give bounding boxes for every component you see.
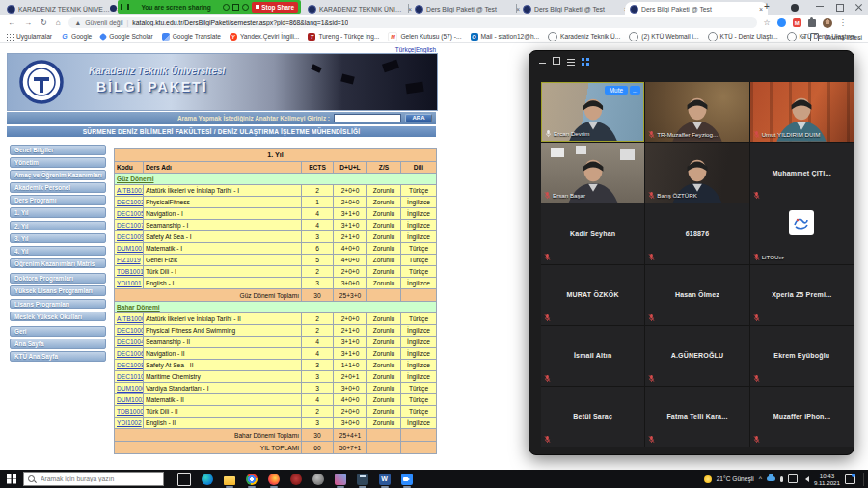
taskbar-app-icon[interactable]	[401, 474, 413, 485]
bookmark-star-icon[interactable]: ☆	[764, 18, 771, 27]
window-close-button[interactable]	[854, 3, 863, 12]
sidebar-item[interactable]: Yönetim	[10, 157, 106, 168]
clock[interactable]: 10:43 9.11.2021	[814, 473, 840, 486]
bookmark-item[interactable]: G Google	[61, 33, 92, 41]
speaker-view-icon[interactable]	[567, 59, 575, 60]
stop-share-button[interactable]: Stop Share	[252, 2, 298, 13]
tab-ktu-2[interactable]: KARADENİZ TEKNİK ÜNİVERSİT ×	[303, 2, 417, 15]
participant-tile[interactable]: Muzaffer iPhon... Mute ...	[750, 387, 854, 447]
course-code-link[interactable]: AITB1000	[117, 315, 144, 322]
back-button[interactable]: ←	[8, 18, 15, 27]
taskbar-search[interactable]	[23, 472, 164, 486]
window-minimize-button[interactable]	[816, 6, 824, 7]
bookmark-item[interactable]: M Gelen Kutusu (57) -...	[388, 32, 461, 41]
tab-close-icon[interactable]: ×	[759, 6, 763, 13]
course-code-link[interactable]: DEC1007	[117, 222, 144, 229]
reading-list-button[interactable]: Okuma listesi	[824, 34, 862, 41]
show-desktop-button[interactable]	[863, 473, 864, 486]
course-code-link[interactable]: DEC1005	[117, 210, 144, 217]
pause-share-icon[interactable]	[121, 4, 129, 10]
sidebar-item[interactable]: Geri	[10, 326, 106, 337]
course-code-link[interactable]: YDI1002	[117, 420, 142, 426]
participant-tile[interactable]: Umut YILDIRIM DUIM Mute ...	[750, 82, 854, 142]
more-options-button[interactable]: ...	[630, 86, 640, 95]
bookmark-item[interactable]: KTÜ - Deniz Ulaştı...	[708, 32, 778, 41]
bookmark-item[interactable]: Google Scholar	[100, 33, 152, 40]
sidebar-item[interactable]: Yüksek Lisans Programları	[10, 285, 106, 296]
window-maximize-button[interactable]	[836, 4, 844, 12]
participant-tile[interactable]: Kadir Seyhan Mute ...	[541, 203, 644, 263]
taskbar-app-icon[interactable]	[357, 474, 368, 485]
course-code-link[interactable]: YDI1001	[117, 280, 142, 286]
sidebar-item[interactable]: Meslek Yüksek Okulları	[10, 312, 106, 322]
covered-tab-favicon[interactable]	[110, 5, 117, 12]
keyword-input[interactable]	[334, 114, 401, 122]
participant-tile[interactable]: Fatma Telli Kara... Mute ...	[645, 387, 748, 447]
sidebar-item[interactable]: Lisans Programları	[10, 299, 106, 310]
sidebar-item[interactable]: Doktora Programları	[10, 273, 106, 284]
participant-tile[interactable]: Barış ÖZTÜRK Mute ...	[645, 143, 748, 203]
bookmark-item[interactable]: Karadeniz Teknik Ü...	[548, 32, 620, 41]
course-code-link[interactable]: DEC1009	[117, 233, 144, 240]
participant-tile[interactable]: TR-Muzaffer Feyziog... Mute ...	[645, 82, 748, 142]
browser-menu-icon[interactable]: ⋮	[839, 18, 847, 27]
sidebar-item[interactable]: Öğrenim Kazanımları Matris	[10, 258, 106, 269]
bookmarks-overflow-icon[interactable]: »	[802, 34, 806, 41]
onedrive-icon[interactable]	[767, 476, 775, 481]
start-button[interactable]	[0, 470, 23, 488]
course-code-link[interactable]: DUM1002	[117, 396, 144, 403]
participant-tile[interactable]: A.GÜNEROĞLU Mute ...	[645, 326, 748, 386]
course-code-link[interactable]: DUM1001	[117, 245, 144, 252]
taskbar-app-icon[interactable]	[290, 474, 302, 485]
bookmark-item[interactable]: Y Yandex.Çeviri İngili...	[230, 33, 299, 41]
url-field[interactable]: ▲ Güvenli değil | katalog.ktu.edu.tr/Der…	[68, 17, 757, 28]
bookmark-item[interactable]: (2) KTÜ Webmail i...	[629, 32, 698, 41]
language-switch-link[interactable]: Türkçe|English	[384, 46, 436, 53]
search-button[interactable]: ARA	[405, 114, 432, 122]
share-view-icon[interactable]	[242, 4, 249, 11]
participant-tile[interactable]: Ercan Devrim Mute ...	[541, 82, 644, 142]
gallery-view-icon[interactable]	[582, 58, 584, 61]
participant-tile[interactable]: Ersan Başar Mute ...	[541, 143, 644, 203]
volume-icon[interactable]	[802, 476, 809, 482]
tab-ders-2[interactable]: Ders Bilgi Paketi @ Test ×	[518, 2, 633, 15]
tab-ktu-1[interactable]: KARADENİZ TEKNİK ÜNİVERSİT ×	[2, 2, 125, 15]
action-center-icon[interactable]	[845, 474, 855, 484]
participant-tile[interactable]: Muhammet ÇITI... Mute ...	[750, 143, 854, 203]
meeting-minimize-icon[interactable]	[539, 63, 546, 64]
course-code-link[interactable]: TDB1001	[117, 268, 144, 275]
sidebar-item[interactable]: KTÜ Ana Sayfa	[10, 351, 106, 362]
sidebar-item[interactable]: Ders Programı	[10, 195, 106, 205]
display-icon[interactable]	[788, 474, 798, 483]
sidebar-item[interactable]: Genel Bilgiler	[10, 145, 106, 155]
course-code-link[interactable]: DEC1006	[117, 350, 144, 357]
bookmark-item[interactable]: Uygulamalar	[6, 33, 52, 41]
tab-ders-1[interactable]: Ders Bilgi Paketi @ Test ×	[410, 2, 525, 15]
sidebar-item[interactable]: Akademik Personel	[10, 182, 106, 193]
zoom-extension-icon[interactable]	[777, 18, 786, 27]
taskbar-app-icon[interactable]	[312, 474, 324, 485]
taskbar-app-icon[interactable]: W	[379, 474, 391, 485]
course-code-link[interactable]: DEC1008	[117, 362, 144, 368]
tray-mic-icon[interactable]	[780, 476, 783, 482]
taskbar-app-icon[interactable]	[177, 473, 191, 486]
participant-tile[interactable]: Ekrem Eyüboğlu Mute ...	[750, 326, 854, 386]
course-code-link[interactable]: DEC1010	[117, 373, 144, 380]
participant-tile[interactable]: İsmail Altın Mute ...	[541, 326, 644, 386]
course-code-link[interactable]: TDB1000	[117, 408, 144, 415]
weather-label[interactable]: 21°C Güneşli	[717, 475, 754, 482]
taskbar-app-icon[interactable]	[268, 474, 280, 485]
sidebar-item[interactable]: 1. Yıl	[10, 207, 106, 218]
course-code-link[interactable]: DEC1004	[117, 339, 144, 345]
forward-button[interactable]: →	[24, 18, 32, 27]
profile-avatar[interactable]	[823, 18, 832, 28]
reload-button[interactable]: ↻	[41, 18, 47, 27]
meeting-fullscreen-icon[interactable]	[553, 57, 560, 65]
sidebar-item[interactable]: Ana Sayfa	[10, 339, 106, 349]
sidebar-item[interactable]: 4. Yıl	[10, 246, 106, 257]
mail-extension-icon[interactable]: M	[793, 18, 801, 27]
tab-search-icon[interactable]	[791, 4, 799, 12]
participant-tile[interactable]: Betül Saraç Mute ...	[541, 387, 644, 447]
tab-ders-active[interactable]: Ders Bilgi Paketi @ Test ×	[625, 2, 768, 15]
course-code-link[interactable]: DUM1000	[117, 385, 144, 392]
